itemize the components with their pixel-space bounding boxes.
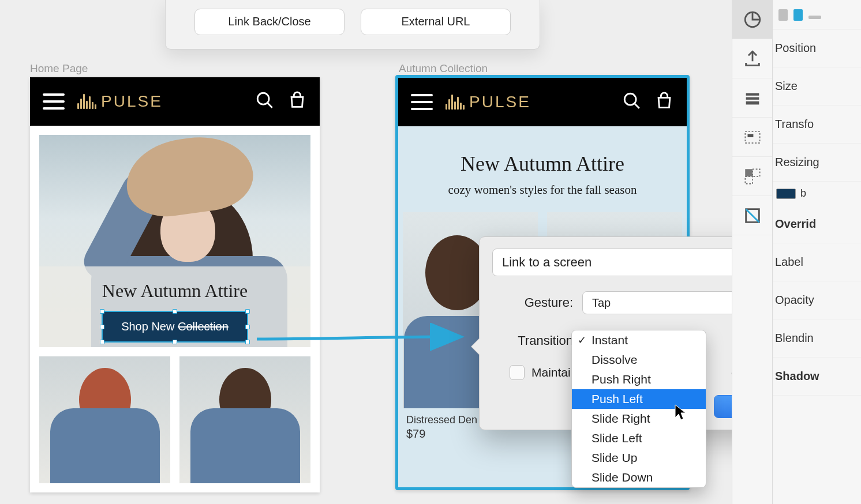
align-tab-icon[interactable] — [778, 9, 788, 21]
maintain-label: Maintain — [531, 366, 577, 379]
collection-subtitle: cozy women's styles for the fall season — [398, 183, 687, 212]
product-card[interactable] — [179, 356, 310, 483]
svg-line-3 — [634, 103, 639, 108]
transition-label: Transition — [492, 333, 573, 348]
hero-image: New Autumn Attire Shop New Collection — [39, 135, 310, 347]
hero-title: New Autumn Attire — [102, 280, 248, 302]
svg-rect-4 — [746, 93, 759, 95]
link-type-popover: Link Back/Close External URL — [165, 0, 540, 50]
transition-option-push-right[interactable]: Push Right — [572, 370, 706, 389]
menu-icon[interactable] — [43, 93, 65, 110]
tool-column — [732, 0, 773, 504]
gesture-value: Tap — [583, 296, 754, 310]
svg-rect-8 — [747, 134, 753, 137]
tool-layout-icon[interactable] — [732, 118, 772, 157]
alignment-tabs[interactable] — [773, 5, 861, 29]
prop-position[interactable]: Position — [773, 29, 861, 67]
external-url-button[interactable]: External URL — [361, 9, 511, 35]
link-target-select[interactable]: Link to a screen ▲▼ — [492, 249, 772, 276]
artboard-home[interactable]: PULSE New Autumn Attire Shop New Collect… — [30, 77, 320, 492]
shop-collection-button[interactable]: Shop New Collection — [103, 312, 247, 341]
pulse-wave-icon — [446, 95, 465, 110]
section-shadow[interactable]: Shadow — [773, 358, 861, 396]
artboard-label-autumn[interactable]: Autumn Collection — [399, 62, 488, 75]
artboard-label-home[interactable]: Home Page — [30, 62, 88, 75]
product-card[interactable] — [39, 356, 170, 483]
app-header: PULSE — [30, 77, 320, 126]
tool-export-icon[interactable] — [732, 39, 772, 78]
layer-row[interactable]: b — [773, 182, 861, 205]
svg-rect-9 — [745, 169, 753, 176]
search-icon[interactable] — [622, 91, 642, 113]
app-header: PULSE — [398, 78, 687, 126]
prop-resizing[interactable]: Resizing — [773, 144, 861, 182]
transition-option-slide-down[interactable]: Slide Down — [572, 468, 706, 487]
tool-resize-icon[interactable] — [732, 157, 772, 196]
shopping-bag-icon[interactable] — [287, 91, 307, 112]
transition-option-instant[interactable]: Instant — [572, 330, 706, 350]
transition-option-slide-left[interactable]: Slide Left — [572, 428, 706, 448]
section-overrides[interactable]: Overrid — [773, 205, 861, 243]
tool-transform-icon[interactable] — [732, 196, 772, 235]
brand-logo: PULSE — [446, 93, 609, 111]
svg-line-1 — [267, 103, 272, 108]
collection-title: New Autumn Attire — [398, 126, 687, 183]
tool-layers-icon[interactable] — [732, 0, 772, 39]
link-back-button[interactable]: Link Back/Close — [194, 9, 345, 35]
align-tab-icon[interactable] — [793, 9, 803, 21]
brand-logo: PULSE — [77, 92, 242, 111]
menu-icon[interactable] — [411, 94, 433, 110]
link-target-value: Link to a screen — [493, 255, 754, 270]
cursor-icon — [674, 404, 688, 421]
align-tab-icon[interactable] — [808, 16, 821, 19]
prop-size[interactable]: Size — [773, 67, 861, 106]
svg-rect-11 — [745, 176, 753, 184]
section-blending[interactable]: Blendin — [773, 319, 861, 358]
hero-overlay: New Autumn Attire Shop New Collection — [39, 266, 310, 347]
maintain-checkbox[interactable] — [510, 365, 525, 380]
cta-text-struck: Collection — [178, 320, 229, 333]
svg-point-0 — [257, 93, 269, 104]
cta-text-prefix: Shop New — [121, 320, 178, 333]
gesture-label: Gesture: — [492, 295, 573, 310]
section-opacity[interactable]: Opacity — [773, 281, 861, 319]
shopping-bag-icon[interactable] — [654, 91, 674, 113]
search-icon[interactable] — [255, 91, 275, 112]
pulse-wave-icon — [77, 94, 96, 109]
layer-name: b — [800, 187, 806, 200]
layer-swatch-icon — [776, 189, 796, 199]
properties-column: Position Size Transfo Resizing b Overrid… — [773, 0, 861, 504]
prop-transform[interactable]: Transfo — [773, 106, 861, 144]
inspector-sidebar: Position Size Transfo Resizing b Overrid… — [732, 0, 861, 504]
svg-rect-5 — [746, 97, 759, 99]
product-row — [30, 356, 320, 483]
brand-text: PULSE — [469, 93, 531, 111]
section-label[interactable]: Label — [773, 243, 861, 281]
svg-point-2 — [624, 93, 636, 105]
transition-option-slide-up[interactable]: Slide Up — [572, 448, 706, 468]
svg-rect-6 — [746, 101, 759, 104]
tool-stack-icon[interactable] — [732, 78, 772, 118]
svg-rect-10 — [753, 169, 760, 176]
transition-option-dissolve[interactable]: Dissolve — [572, 350, 706, 370]
brand-text: PULSE — [101, 92, 163, 111]
